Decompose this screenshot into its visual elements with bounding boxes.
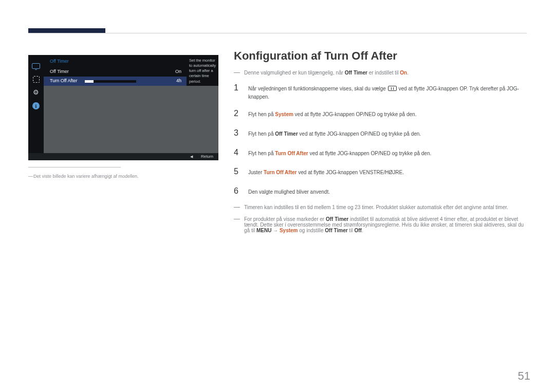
menu-icon (388, 86, 397, 91)
osd-main: Off Timer Off Timer On Turn Off After 4h (44, 55, 187, 86)
monitor-icon (31, 62, 41, 69)
step-2: 2 Flyt hen på System ved at flytte JOG-k… (234, 107, 524, 120)
step-6: 6 Den valgte mulighed bliver anvendt. (234, 185, 524, 198)
availability-note: Denne valgmulighed er kun tilgængelig, n… (234, 70, 524, 76)
step-4: 4 Flyt hen på Turn Off After ved at flyt… (234, 146, 524, 159)
page-number: 51 (518, 369, 530, 383)
header-accent (28, 28, 105, 33)
osd-offtimer-label: Off Timer (50, 69, 69, 75)
info-icon (31, 102, 41, 109)
header-rule (28, 33, 527, 33)
step-number: 1 (234, 82, 241, 95)
osd-description-panel: Set the monitor to automatically turn of… (187, 55, 218, 86)
target-icon (31, 76, 41, 83)
osd-turnoff-slider (85, 80, 136, 83)
osd-row-offtimer: Off Timer On (44, 67, 187, 77)
footnote-rule (28, 167, 121, 167)
osd-offtimer-value: On (175, 69, 181, 75)
step-number: 6 (234, 185, 241, 198)
osd-turnoff-value: 4h (176, 78, 181, 84)
osd-row-turnoffafter: Turn Off After 4h (44, 77, 187, 86)
page-title: Konfiguration af Turn Off After (234, 49, 524, 63)
market-note: For produkter på visse markeder er Off T… (234, 216, 524, 233)
osd-screenshot: Off Timer Off Timer On Turn Off After 4h… (28, 55, 218, 160)
step-number: 4 (234, 146, 241, 159)
step-number: 5 (234, 165, 241, 178)
gear-icon (31, 89, 41, 96)
osd-panel-title: Off Timer (50, 59, 69, 65)
step-list: 1 Når vejledningen til funktionsknappern… (234, 82, 524, 198)
osd-return-label: Return (201, 154, 213, 159)
back-arrow-icon: ◀ (190, 154, 193, 159)
step-number: 2 (234, 107, 241, 120)
step-1: 1 Når vejledningen til funktionsknappern… (234, 82, 524, 101)
osd-turnoff-label: Turn Off After (50, 78, 78, 84)
step-3: 3 Flyt hen på Off Timer ved at flytte JO… (234, 127, 524, 140)
osd-footer: ◀ Return (28, 153, 218, 160)
step-5: 5 Juster Turn Off After ved at flytte JO… (234, 165, 524, 178)
content-column: Konfiguration af Turn Off After Denne va… (234, 49, 524, 239)
timer-range-note: Timeren kan indstilles til en tid mellem… (234, 204, 524, 210)
step-number: 3 (234, 127, 241, 140)
osd-caption: Det viste billede kan variere afhængigt … (28, 174, 139, 179)
osd-sidebar (28, 55, 44, 160)
osd-description: Set the monitor to automatically turn of… (189, 58, 216, 84)
